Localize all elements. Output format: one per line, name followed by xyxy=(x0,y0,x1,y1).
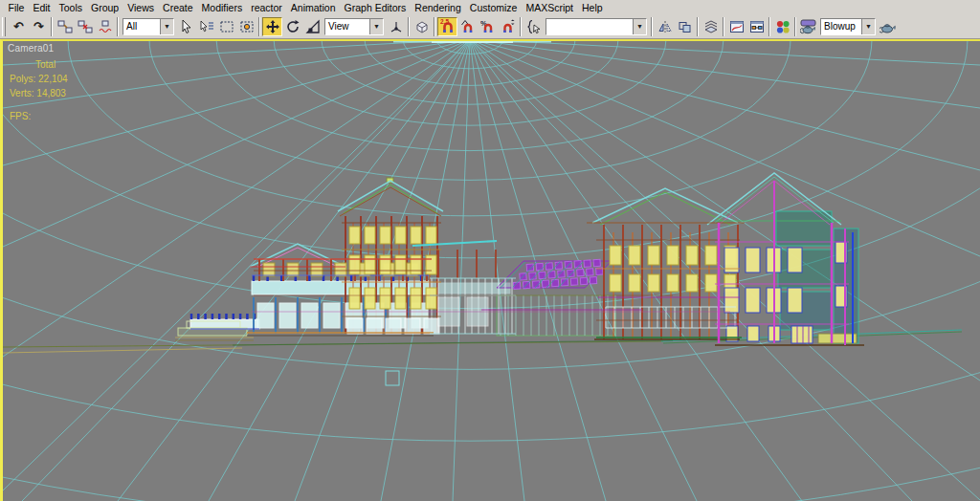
use-pivot-point-center-button[interactable] xyxy=(386,17,406,36)
snap-toggle-button[interactable]: 2.5 xyxy=(437,17,457,36)
spinner-snap-icon xyxy=(501,19,516,34)
material-editor-icon xyxy=(775,19,791,34)
select-and-rotate-icon xyxy=(285,19,301,34)
quick-render-button[interactable] xyxy=(878,17,898,36)
toolbar-separator xyxy=(258,17,260,36)
schematic-view-icon xyxy=(749,19,765,34)
stats-polys: Polys: 22,104 xyxy=(10,72,68,86)
viewport-statistics: Total Polys: 22,104 Verts: 14,803 FPS: xyxy=(10,57,68,123)
coordinate-system-value: View xyxy=(325,19,369,34)
redo-button[interactable]: ↷ xyxy=(29,17,49,36)
unlink-selection-icon xyxy=(78,19,93,34)
rectangular-selection-region-icon xyxy=(219,19,234,34)
rectangular-selection-region-button[interactable] xyxy=(216,17,236,36)
select-and-scale-button[interactable] xyxy=(302,17,323,36)
undo-button[interactable]: ↶ xyxy=(9,17,29,36)
snap-mode-label: 2.5 xyxy=(440,18,449,25)
angle-snap-toggle-button[interactable] xyxy=(457,17,478,36)
menu-bar: File Edit Tools Group Views Create Modif… xyxy=(0,0,980,14)
dropdown-arrow-icon[interactable]: ▼ xyxy=(160,19,173,34)
small-wireframe-box xyxy=(386,371,399,385)
toolbar-separator xyxy=(768,17,770,36)
percent-snap-icon: % xyxy=(480,19,496,34)
select-and-move-icon xyxy=(265,19,280,34)
mirror-icon xyxy=(657,19,673,34)
select-and-rotate-button[interactable] xyxy=(282,17,302,36)
curve-editor-button[interactable] xyxy=(726,17,746,36)
toolbar-separator xyxy=(51,17,53,36)
menu-rendering[interactable]: Rendering xyxy=(411,2,465,13)
toolbar-separator xyxy=(520,17,522,36)
toolbar-separator xyxy=(651,17,653,36)
window-crossing-icon xyxy=(239,19,255,34)
toolbar-separator xyxy=(117,17,119,36)
render-scene-icon xyxy=(800,19,816,34)
wireframe-building xyxy=(178,173,864,345)
curve-editor-icon xyxy=(729,19,745,34)
menu-create[interactable]: Create xyxy=(159,2,198,13)
bind-to-space-warp-button[interactable] xyxy=(95,17,115,36)
select-by-name-button[interactable] xyxy=(196,17,216,36)
select-and-manipulate-button[interactable] xyxy=(412,17,432,36)
edit-named-selections-button[interactable] xyxy=(523,17,544,36)
menu-modifiers[interactable]: Modifiers xyxy=(197,2,247,13)
menu-reactor[interactable]: reactor xyxy=(247,2,287,13)
menu-customize[interactable]: Customize xyxy=(465,2,522,13)
dropdown-arrow-icon[interactable]: ▼ xyxy=(861,19,875,34)
main-toolbar: ↶ ↷ All ▼ View ▼ 2.5 % xyxy=(0,14,980,39)
menu-tools[interactable]: Tools xyxy=(55,2,87,13)
viewport-canvas xyxy=(3,41,980,501)
stats-total: Total xyxy=(35,57,68,72)
align-button[interactable] xyxy=(675,17,695,36)
stats-verts: Verts: 14,803 xyxy=(10,86,68,100)
dropdown-arrow-icon[interactable]: ▼ xyxy=(369,19,383,34)
redo-icon: ↷ xyxy=(33,20,44,33)
spinner-snap-toggle-button[interactable] xyxy=(498,17,518,36)
viewport-label[interactable]: Camera01 xyxy=(8,43,54,54)
percent-snap-toggle-button[interactable]: % xyxy=(478,17,498,36)
align-icon xyxy=(678,19,693,34)
render-scene-button[interactable] xyxy=(798,17,818,36)
bind-to-space-warp-icon xyxy=(98,19,113,34)
select-and-link-button[interactable] xyxy=(55,17,75,36)
unlink-selection-button[interactable] xyxy=(75,17,95,36)
selection-filter-dropdown[interactable]: All ▼ xyxy=(122,18,174,35)
schematic-view-button[interactable] xyxy=(746,17,767,36)
toolbar-separator xyxy=(723,17,724,36)
camera-viewport[interactable]: Camera01 Total Polys: 22,104 Verts: 14,8… xyxy=(0,39,980,501)
menu-views[interactable]: Views xyxy=(123,2,159,13)
mirror-button[interactable] xyxy=(655,17,675,36)
menu-file[interactable]: File xyxy=(4,2,29,13)
layer-manager-button[interactable] xyxy=(701,17,721,36)
render-type-value: Blowup xyxy=(821,19,861,34)
toolbar-separator xyxy=(794,17,796,36)
menu-maxscript[interactable]: MAXScript xyxy=(522,2,578,13)
menu-edit[interactable]: Edit xyxy=(29,2,55,13)
dropdown-arrow-icon[interactable]: ▼ xyxy=(633,19,646,34)
angle-snap-icon xyxy=(460,19,476,34)
toolbar-separator xyxy=(408,17,410,36)
named-selection-sets-dropdown[interactable]: ▼ xyxy=(546,18,647,35)
stats-fps: FPS: xyxy=(10,109,68,123)
undo-icon: ↶ xyxy=(13,20,24,33)
select-and-move-button[interactable] xyxy=(262,17,282,36)
select-and-link-icon xyxy=(57,19,73,34)
window-crossing-toggle-button[interactable] xyxy=(236,17,256,36)
reference-coordinate-system-dropdown[interactable]: View ▼ xyxy=(324,18,384,35)
menu-animation[interactable]: Animation xyxy=(286,2,340,13)
render-type-dropdown[interactable]: Blowup ▼ xyxy=(820,18,876,35)
material-editor-button[interactable] xyxy=(772,17,792,36)
selection-filter-value: All xyxy=(123,19,160,34)
menu-graph-editors[interactable]: Graph Editors xyxy=(340,2,411,13)
select-object-button[interactable] xyxy=(176,17,196,36)
edit-named-selections-icon xyxy=(526,19,542,34)
menu-group[interactable]: Group xyxy=(87,2,123,13)
select-object-icon xyxy=(179,19,194,34)
quick-render-icon xyxy=(880,19,896,34)
select-and-manipulate-icon xyxy=(414,19,430,34)
toolbar-separator xyxy=(434,17,435,36)
toolbar-grip[interactable] xyxy=(2,17,6,36)
toolbar-separator xyxy=(697,17,699,36)
menu-help[interactable]: Help xyxy=(578,2,608,13)
layer-manager-icon xyxy=(703,19,719,34)
